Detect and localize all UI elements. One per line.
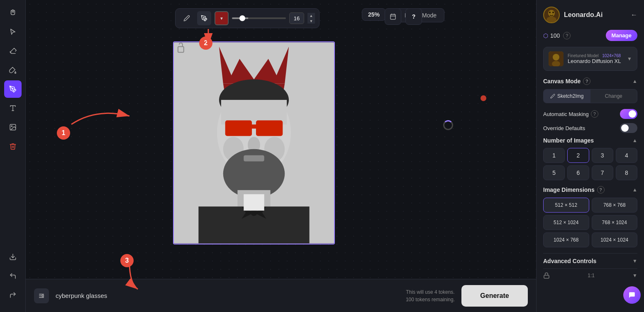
toolbar-download-btn[interactable] [4,248,22,266]
help-icon-btn[interactable]: ? [405,8,422,25]
canvas-mode-title: Canvas Mode ? [543,77,590,85]
canvas-area: ▼ 16 ▲ ▼ 25% Focus Mode ? [26,0,536,312]
toolbar-hand-tool[interactable] [4,4,22,22]
model-info: Finetuned Model 1024×768 Leonardo Diffus… [568,53,623,64]
brush-size-control: 16 ▲ ▼ [232,12,315,24]
override-defaults-row: Override Defaults [543,123,637,133]
step-3-badge: 3 [120,254,134,267]
calendar-icon-btn[interactable] [385,8,401,25]
canvas-mode-section-header: Canvas Mode ? ▲ [543,77,637,85]
svg-point-44 [552,12,554,13]
brush-size-slider[interactable] [232,17,286,19]
dim-btn-512x512[interactable]: 512 × 512 [543,198,589,213]
model-selector[interactable]: Finetuned Model 1024×768 Leonardo Diffus… [543,47,637,71]
token-count-value: 100 [550,32,560,39]
num-images-btn-4[interactable]: 4 [616,148,637,163]
canvas-mode-selector: Sketch2Img Change [543,89,637,103]
pencil-small-icon [550,94,555,99]
canvas-image[interactable] [174,42,334,244]
step-2-number: 2 [204,39,208,47]
brush-increase-btn[interactable]: ▲ [307,13,315,18]
prompt-settings-button[interactable] [34,288,49,303]
dim-btn-768x768[interactable]: 768 × 768 [592,198,638,213]
dim-btn-1024x1024[interactable]: 1024 × 1024 [592,232,638,247]
num-images-btn-3[interactable]: 3 [592,148,613,163]
svg-point-4 [11,126,12,126]
token-row: ⬡ 100 ? Manage [543,30,637,41]
num-images-btn-7[interactable]: 7 [592,165,613,180]
brush-steppers: ▲ ▼ [307,13,315,24]
profile-back-button[interactable]: ← [631,11,637,19]
svg-point-0 [12,88,13,89]
svg-rect-19 [256,121,283,136]
red-dot-indicator [481,95,486,101]
arrow-1 [63,91,138,133]
pen-tool-btn[interactable] [197,11,211,25]
toolbar-text-tool[interactable] [4,99,22,117]
num-images-btn-6[interactable]: 6 [567,165,589,180]
left-toolbar [0,0,26,312]
toolbar-select-tool[interactable] [4,23,22,41]
svg-rect-20 [250,124,258,128]
canvas-mode-help[interactable]: ? [583,77,590,85]
toolbar-erase-tool[interactable] [4,42,22,60]
token-count-display: ⬡ 100 [543,32,560,39]
automatic-masking-label: Automatic Masking ? [543,110,598,118]
toolbar-undo-btn[interactable] [4,267,22,285]
image-dimensions-help[interactable]: ? [597,186,605,193]
advanced-controls-chevron: ▼ [632,258,637,264]
toolbar-fill-tool[interactable] [4,61,22,79]
model-size-badge: 1024×768 [602,53,621,58]
token-help-icon[interactable]: ? [563,32,571,39]
num-images-btn-5[interactable]: 5 [543,165,565,180]
sketch2img-mode-btn[interactable]: Sketch2Img [544,89,590,103]
aspect-ratio-label: 1:1 [588,273,595,278]
model-name: Leonardo Diffusion XL [568,58,623,64]
svg-point-43 [549,12,551,13]
automatic-masking-toggle[interactable] [620,109,637,119]
image-dimensions-grid: 512 × 512 768 × 768 512 × 1024 768 × 102… [543,198,637,247]
svg-point-39 [42,295,44,297]
toolbar-image-tool[interactable] [4,119,22,136]
num-images-chevron[interactable]: ▲ [632,138,637,143]
model-thumbnail [549,51,564,66]
step-1-badge: 1 [57,126,70,140]
color-swatch[interactable]: ▼ [215,11,229,25]
override-defaults-toggle[interactable] [620,123,637,133]
advanced-controls-row[interactable]: Advanced Controls ▼ [543,253,637,268]
svg-rect-8 [390,15,395,19]
dim-btn-768x1024[interactable]: 768 × 1024 [592,215,638,230]
profile-name: Leonardo.Ai [564,11,627,19]
zoom-badge: 25% [362,8,386,21]
num-images-btn-1[interactable]: 1 [543,148,565,163]
change-mode-btn[interactable]: Change [590,89,637,103]
chat-bubble-button[interactable] [623,286,641,304]
override-defaults-label: Override Defaults [543,125,585,131]
num-images-btn-8[interactable]: 8 [616,165,637,180]
dim-btn-1024x768[interactable]: 1024 × 768 [543,232,589,247]
prompt-input[interactable]: cyberpunk glasses [56,287,399,305]
dim-btn-512x1024[interactable]: 512 × 1024 [543,215,589,230]
profile-avatar [543,7,560,23]
step-1-number: 1 [62,129,66,137]
svg-rect-31 [244,194,264,211]
lock-icon [543,272,550,279]
calendar-icon [390,13,396,20]
generate-button[interactable]: Generate [461,285,528,307]
token-info-line1: This will use 4 tokens. [406,288,455,296]
settings-icon [38,293,45,299]
num-images-btn-2[interactable]: 2 [567,148,589,163]
toolbar-redo-btn[interactable] [4,286,22,304]
canvas-mode-chevron[interactable]: ▲ [632,78,637,84]
image-dimensions-chevron[interactable]: ▲ [632,187,637,193]
toolbar-draw-tool[interactable] [4,80,22,98]
step-3-number: 3 [125,257,129,264]
bottom-chevron[interactable]: ▼ [632,273,637,278]
pencil-tool-btn[interactable] [180,11,194,25]
automatic-masking-help[interactable]: ? [591,110,598,118]
manage-tokens-button[interactable]: Manage [606,30,637,41]
toolbar-delete-tool[interactable] [4,138,22,155]
brush-size-input[interactable]: 16 [289,12,304,24]
zoom-label: 25% [368,11,380,18]
brush-decrease-btn[interactable]: ▼ [307,18,315,24]
